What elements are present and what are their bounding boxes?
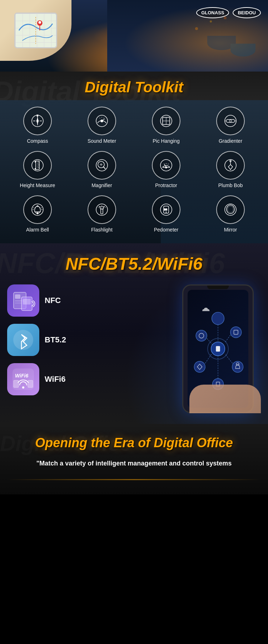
tool-gradienter: Gradienter — [200, 107, 261, 144]
svg-point-105 — [232, 361, 243, 372]
height-measure-circle — [23, 151, 52, 180]
svg-point-58 — [37, 213, 38, 214]
mirror-circle — [216, 195, 245, 224]
pedometer-circle: 88 — [152, 195, 180, 224]
tool-plumb-bob: Plumb Bob — [200, 151, 261, 188]
svg-line-68 — [104, 206, 105, 207]
svg-point-96 — [196, 330, 207, 341]
svg-rect-3 — [207, 36, 236, 43]
hero-section: GLONASS BEIDOU — [0, 0, 268, 72]
bt-icon-box — [7, 324, 39, 356]
compass-icon: N — [30, 114, 45, 128]
bt-item: BT5.2 — [7, 324, 161, 356]
tool-protractor: Protractor — [136, 151, 197, 188]
svg-line-19 — [98, 122, 99, 122]
tool-pedometer: 88 Pedometer — [136, 195, 197, 233]
wifi-item: WiFi6 WiFi6 — [7, 363, 161, 395]
tool-flashlight: Flashlight — [71, 195, 132, 233]
svg-line-104 — [205, 354, 212, 364]
tool-magnifier: Magnifier — [71, 151, 132, 188]
phone-visual — [161, 284, 261, 410]
svg-rect-89 — [14, 380, 19, 387]
svg-rect-34 — [36, 161, 39, 170]
bt-icon-bg — [7, 324, 39, 356]
svg-rect-65 — [101, 209, 103, 214]
svg-line-101 — [225, 335, 230, 342]
height-measure-icon — [30, 158, 45, 172]
sound-meter-circle — [88, 107, 116, 135]
magnifier-label: Magnifier — [91, 182, 112, 188]
alarm-bell-icon — [30, 203, 45, 217]
nfc-icon-box — [7, 284, 39, 317]
toolkit-section: Digital Toolkit Digital Toolkit N — [0, 72, 268, 243]
svg-line-67 — [99, 206, 100, 207]
svg-line-51 — [168, 164, 168, 165]
svg-point-88 — [22, 386, 24, 389]
tool-sound-meter: Sound Meter — [71, 107, 132, 144]
svg-line-22 — [104, 118, 104, 118]
gradienter-circle — [216, 107, 245, 135]
map-icon — [14, 13, 57, 48]
connectivity-items: NFC BT5.2 — [7, 284, 161, 395]
wifi-icon-bg: WiFi6 — [7, 363, 39, 395]
flashlight-icon — [95, 203, 109, 217]
pedometer-icon: 88 — [159, 203, 173, 217]
digital-office-section: Digital Office Opening the Era of Digita… — [0, 424, 268, 494]
svg-point-28 — [225, 115, 236, 127]
bt-label: BT5.2 — [45, 335, 66, 345]
svg-text:WiFi6: WiFi6 — [15, 373, 28, 379]
wifi-label: WiFi6 — [45, 375, 65, 384]
svg-point-102 — [194, 361, 205, 372]
svg-point-74 — [166, 212, 167, 213]
svg-line-61 — [41, 208, 42, 208]
tools-grid: N Compass — [0, 107, 268, 233]
svg-rect-79 — [15, 294, 20, 299]
magnifier-icon — [95, 158, 109, 172]
svg-line-20 — [100, 118, 100, 118]
nfc-icon — [11, 288, 36, 313]
svg-point-8 — [224, 16, 227, 19]
svg-point-7 — [210, 20, 212, 23]
nfc-icon-bg — [7, 284, 39, 317]
svg-line-23 — [105, 122, 106, 122]
alarm-bell-label: Alarm Bell — [26, 227, 49, 233]
svg-line-42 — [103, 167, 105, 169]
pic-hanging-label: Pic Hanging — [153, 138, 180, 144]
sound-meter-label: Sound Meter — [88, 138, 116, 144]
nfc-label: NFC — [45, 296, 61, 305]
plumb-bob-label: Plumb Bob — [218, 182, 243, 188]
protractor-label: Protractor — [155, 182, 177, 188]
plumb-bob-circle — [216, 151, 245, 180]
pic-hanging-icon — [159, 114, 173, 128]
wifi-icon-box: WiFi6 — [7, 363, 39, 395]
svg-rect-83 — [23, 299, 31, 304]
bt-icon — [11, 327, 36, 352]
svg-point-1 — [39, 21, 41, 24]
toolkit-title: Digital Toolkit — [0, 79, 268, 96]
protractor-circle — [152, 151, 180, 180]
magnifier-circle — [88, 151, 116, 180]
compass-label: Compass — [27, 138, 48, 144]
pic-hanging-circle — [152, 107, 180, 135]
plumb-bob-icon — [223, 158, 238, 172]
svg-rect-5 — [230, 44, 255, 50]
connectivity-content: NFC BT5.2 — [0, 284, 268, 410]
svg-line-98 — [207, 338, 212, 345]
flashlight-circle — [88, 195, 116, 224]
gradienter-icon — [223, 114, 238, 128]
digital-office-title: Opening the Era of Digital Office — [7, 435, 261, 452]
protractor-icon — [159, 158, 173, 172]
wifi-icon: WiFi6 — [11, 367, 36, 392]
gradienter-label: Gradienter — [219, 138, 242, 144]
tool-compass: N Compass — [7, 107, 68, 144]
flashlight-label: Flashlight — [91, 227, 113, 233]
connectivity-section: NFC/BT5.2/WiFi6 NFC/BT5.2/WiFi6 — [0, 243, 268, 424]
height-measure-label: Height Measure — [20, 182, 55, 188]
svg-text:N: N — [37, 114, 38, 117]
digital-office-quote: "Match a variety of intelligent manageme… — [7, 459, 261, 468]
nfc-item: NFC — [7, 284, 161, 317]
tool-height-measure: Height Measure — [7, 151, 68, 188]
pedometer-label: Pedometer — [154, 227, 178, 233]
svg-rect-90 — [28, 380, 33, 387]
sound-meter-icon — [95, 114, 109, 128]
